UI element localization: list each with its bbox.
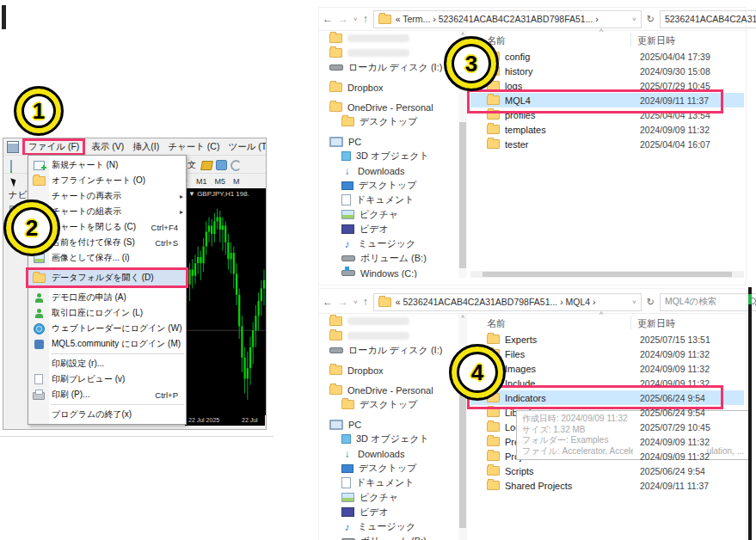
file-row-history[interactable]: history2024/09/30 15:08 xyxy=(470,64,744,78)
address-bar[interactable]: « Term... › 5236241ACAB4C2A31ABD798FA51.… xyxy=(373,10,642,28)
column-divider[interactable] xyxy=(630,33,631,46)
file-row-tester[interactable]: tester2025/04/04 16:07 xyxy=(470,137,744,151)
step-badge-2: 2 xyxy=(3,199,60,256)
sidebar-item--[interactable]: ビデオ xyxy=(323,222,458,236)
menubar-item-表示[interactable]: 表示 (V) xyxy=(87,141,128,153)
column-divider[interactable] xyxy=(630,316,631,329)
menu-item[interactable]: 印刷 (P)...Ctrl+P xyxy=(28,387,186,402)
back-icon[interactable]: ← xyxy=(323,296,333,308)
back-icon[interactable]: ← xyxy=(323,13,333,25)
menu-item[interactable]: 印刷プレビュー (v) xyxy=(28,371,186,387)
sidebar-item-dropbox[interactable]: Dropbox xyxy=(323,80,458,95)
account-icon[interactable] xyxy=(216,160,227,170)
column-date[interactable]: 更新日時 xyxy=(637,317,675,330)
menu-item[interactable]: 取引口座にログイン (L) xyxy=(28,305,186,321)
sidebar-item-3d-[interactable]: 3D オブジェクト xyxy=(323,149,458,163)
search-box[interactable]: MQL4の検索 xyxy=(660,293,756,311)
folder-icon xyxy=(378,15,391,24)
sidebar-item--b-[interactable]: ボリューム (B:) xyxy=(323,534,458,540)
horizontal-scrollbar[interactable] xyxy=(470,271,744,278)
menu-item[interactable]: ウェブトレーダーにログイン (W) xyxy=(28,321,186,336)
menu-item[interactable]: MQL5.community にログイン (M) xyxy=(28,336,186,352)
sidebar-item--i-[interactable]: ローカル ディスク (I:) xyxy=(323,343,458,358)
sidebar-item--i-[interactable]: ローカル ディスク (I:) xyxy=(323,60,458,75)
menu-separator xyxy=(51,404,184,405)
sidebar-item--[interactable]: デスクトップ xyxy=(323,178,458,193)
sidebar-item--b-[interactable]: ボリューム (B:) xyxy=(323,251,458,266)
search-box[interactable]: 5236241ACAB4C2A31A... xyxy=(660,10,756,28)
menubar-item-挿入(I)[interactable]: 挿入(I) xyxy=(128,141,163,153)
address-bar[interactable]: « 5236241ACAB4C2A31ABD798FA51... › MQL4 … xyxy=(373,293,642,311)
sidebar-item--[interactable]: ♪ミュージック xyxy=(323,519,458,534)
sidebar-item-downloads[interactable]: ↓Downloads xyxy=(323,446,458,461)
new-order-button[interactable]: 文 xyxy=(187,159,196,171)
sidebar-item-3d-[interactable]: 3D オブジェクト xyxy=(323,432,458,446)
menu-item[interactable]: チャートの再表示▸ xyxy=(28,188,186,204)
refresh-icon[interactable]: ↻ xyxy=(647,297,655,308)
menu-item[interactable]: 新規チャート (N) xyxy=(28,157,186,173)
refresh-icon[interactable]: ↻ xyxy=(647,14,655,25)
file-row-indicators[interactable]: Indicators2025/06/24 9:54 xyxy=(470,390,744,405)
sidebar-item--[interactable]: デスクトップ xyxy=(323,397,458,412)
file-row-templates[interactable]: templates2024/09/09 11:32 xyxy=(470,122,744,137)
column-name[interactable]: 名前 xyxy=(487,317,506,330)
sidebar-item-onedrive-personal[interactable]: OneDrive - Personal xyxy=(323,100,458,114)
submenu-arrow-icon: ▸ xyxy=(180,193,183,200)
timeframe-button-m1[interactable]: M1 xyxy=(196,177,207,186)
menu-item[interactable]: オフラインチャート (O) xyxy=(28,173,186,188)
sidebar-item-onedrive-personal[interactable]: OneDrive - Personal xyxy=(323,383,458,397)
up-icon[interactable]: ↑ xyxy=(363,296,368,308)
cursor-icon[interactable] xyxy=(10,176,17,187)
sidebar-item--[interactable]: ピクチャ xyxy=(323,490,458,505)
sidebar-item[interactable] xyxy=(323,31,458,46)
sidebar-item[interactable] xyxy=(323,328,458,343)
timeframe-button-m[interactable]: M xyxy=(233,177,240,186)
file-row-config[interactable]: config2025/04/04 17:39 xyxy=(470,49,744,64)
timeframe-button-m5[interactable]: M5 xyxy=(215,177,226,186)
column-date[interactable]: 更新日時 xyxy=(637,34,675,47)
sidebar-item--[interactable]: ドキュメント xyxy=(323,193,458,207)
file-row-mql4[interactable]: MQL42024/09/11 11:37 xyxy=(470,93,744,107)
address-chevron-icon[interactable]: ˅ xyxy=(632,298,636,306)
file-row-experts[interactable]: Experts2025/07/15 13:51 xyxy=(470,332,744,347)
file-row-profiles[interactable]: profiles2025/04/04 13:54 xyxy=(470,107,744,122)
history-chevron-icon[interactable]: ˅ xyxy=(353,298,358,306)
sidebar-item--[interactable]: ♪ミュージック xyxy=(323,236,458,251)
sidebar-item--[interactable]: ピクチャ xyxy=(323,207,458,222)
menu-item[interactable]: プログラムの終了(x) xyxy=(28,407,186,422)
screenshot-artifact-green xyxy=(748,294,752,304)
file-row-images[interactable]: Images2024/09/09 11:32 xyxy=(470,361,744,376)
sidebar-item-windows-c-[interactable]: Windows (C:) xyxy=(323,266,458,278)
up-icon[interactable]: ↑ xyxy=(363,13,368,25)
menu-item[interactable]: デモ口座の申請 (A) xyxy=(28,290,186,305)
file-row-logs[interactable]: logs2025/07/29 10:45 xyxy=(470,78,744,93)
sidebar-item--[interactable]: デスクトップ xyxy=(323,461,458,476)
sidebar-item--[interactable]: ドキュメント xyxy=(323,476,458,490)
sidebar-item-pc[interactable]: PC xyxy=(323,417,458,432)
sidebar-item-dropbox[interactable]: Dropbox xyxy=(323,363,458,377)
forward-icon[interactable]: → xyxy=(338,296,348,308)
menubar-item-ツール[interactable]: ツール (T) xyxy=(224,141,266,153)
history-chevron-icon[interactable]: ˅ xyxy=(353,15,358,23)
menubar-item-チャート[interactable]: チャート (C) xyxy=(163,141,224,153)
file-row-shared-projects[interactable]: Shared Projects2024/09/11 11:37 xyxy=(470,478,744,493)
autotrading-icon[interactable] xyxy=(200,161,213,170)
signal-icon[interactable] xyxy=(230,160,242,171)
sidebar-item[interactable] xyxy=(323,46,458,60)
sidebar-item-pc[interactable]: PC xyxy=(323,134,458,149)
sidebar-item--[interactable]: ビデオ xyxy=(323,505,458,519)
menu-item[interactable]: 画像として保存... (i) xyxy=(28,250,186,266)
menubar-item-ファイル[interactable]: ファイル (F) xyxy=(22,138,85,155)
sidebar-item-downloads[interactable]: ↓Downloads xyxy=(323,163,458,178)
scroll-up-icon[interactable]: ˄ xyxy=(458,314,467,320)
sidebar-item-label: ローカル ディスク (I:) xyxy=(348,61,442,74)
file-row-scripts[interactable]: Scripts2025/06/24 9:54 xyxy=(470,463,744,478)
file-row-files[interactable]: Files2024/09/09 11:32 xyxy=(470,347,744,361)
sidebar-item[interactable] xyxy=(323,314,458,328)
menu-item[interactable]: 印刷設定 (r)... xyxy=(28,356,186,371)
sidebar-item--[interactable]: デスクトップ xyxy=(323,114,458,129)
menu-item[interactable]: データフォルダを開く (D) xyxy=(28,270,186,285)
file-row-include[interactable]: Include2024/09/09 11:32 xyxy=(470,376,744,390)
address-chevron-icon[interactable]: ˅ xyxy=(632,15,636,23)
forward-icon[interactable]: → xyxy=(338,13,348,25)
